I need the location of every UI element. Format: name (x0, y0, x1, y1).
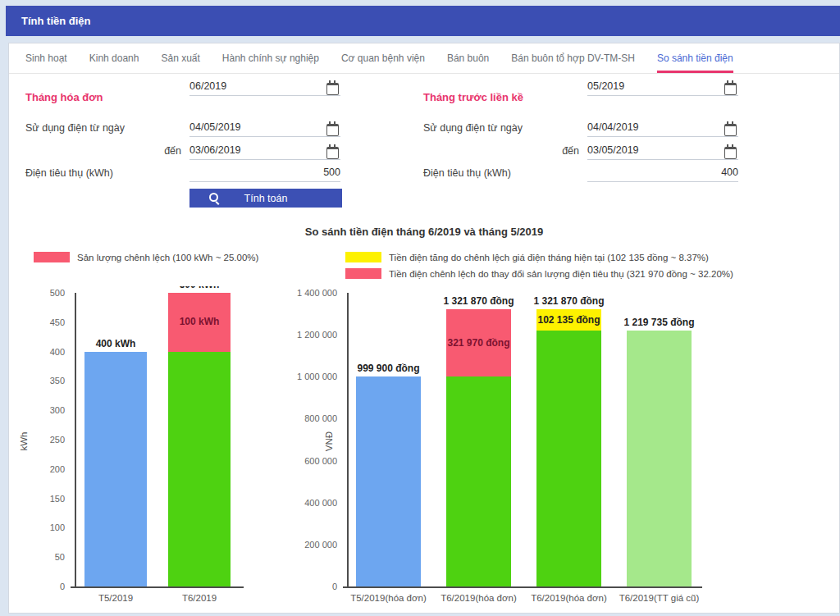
bar-segment[interactable] (168, 352, 231, 586)
y-tick-label: 400 (12, 347, 65, 357)
y-tick-label: 500 (12, 288, 65, 298)
charts-region: kWh050100150200250300350400450500400 kWh… (9, 286, 839, 614)
chart-title: So sánh tiền điện tháng 6/2019 và tháng … (9, 226, 839, 238)
invoice-month-field (189, 78, 340, 96)
invoice-to-input[interactable] (189, 142, 324, 156)
bar-segment[interactable] (356, 376, 421, 586)
invoice-to-field (189, 142, 340, 160)
app-header: Tính tiền điện (6, 6, 840, 36)
invoice-month-input[interactable] (189, 78, 324, 92)
tab-4[interactable]: Cơ quan bệnh viện (341, 43, 425, 73)
y-tick-label: 250 (12, 435, 65, 445)
page-title: Tính tiền điện (21, 15, 91, 27)
prev-from-input[interactable] (587, 119, 722, 133)
prev-to-field (587, 142, 738, 160)
prev-month-label: Tháng trước liền kề (423, 91, 523, 103)
y-tick-label: 300 (12, 405, 65, 415)
y-tick-label: 600 000 (288, 456, 337, 466)
prev-month-field (587, 78, 738, 96)
invoice-from-input[interactable] (189, 119, 324, 133)
invoice-to-label: đến (25, 145, 181, 157)
prev-to-label: đến (423, 145, 579, 157)
invoice-month-label: Tháng hóa đơn (25, 91, 103, 103)
y-tick-label: 1 400 000 (288, 288, 337, 298)
prev-month-input[interactable] (587, 78, 722, 92)
bar-segment-label: 100 kWh (168, 293, 231, 352)
tab-7[interactable]: So sánh tiền điện (657, 43, 733, 73)
tab-bar: Sinh hoạtKinh doanhSản xuấtHành chính sự… (9, 43, 839, 74)
tab-6[interactable]: Bán buôn tổ hợp DV-TM-SH (511, 43, 635, 73)
prev-from-field (587, 119, 738, 137)
x-category-label: T6/2019 (142, 593, 257, 603)
x-axis-line (71, 586, 244, 588)
kwh-chart: kWh050100150200250300350400450500400 kWh… (12, 286, 283, 614)
invoice-kwh-label: Điện tiêu thụ (kWh) (25, 167, 113, 179)
legend-label: Tiền điện chênh lệch do thay đổi sản lượ… (389, 269, 733, 279)
invoice-from-field (189, 119, 340, 137)
legend-item: Tiền điện tăng do chênh lệch giá điện th… (345, 252, 733, 262)
tab-3[interactable]: Hành chính sự nghiệp (222, 43, 319, 73)
bar-total-label: 500 kWh (142, 286, 257, 291)
bar-segment[interactable] (627, 331, 692, 586)
y-tick-label: 0 (288, 582, 337, 591)
prev-kwh-input[interactable] (587, 164, 738, 178)
bar-segment[interactable] (446, 376, 511, 586)
y-tick-label: 450 (12, 317, 65, 327)
bar-total-label: 400 kWh (58, 338, 173, 350)
y-tick-label: 200 000 (288, 540, 337, 550)
legend-label: Tiền điện tăng do chênh lệch giá điện th… (389, 253, 709, 262)
invoice-from-label: Sử dụng điện từ ngày (25, 122, 125, 134)
legend-item: Sản lượng chênh lệch (100 kWh ~ 25.00%) (34, 252, 258, 262)
invoice-kwh-field (189, 164, 340, 182)
x-axis-line (343, 586, 702, 588)
legend-swatch (345, 268, 381, 279)
tab-1[interactable]: Kinh doanh (89, 43, 139, 73)
calendar-icon[interactable] (326, 83, 339, 95)
prev-from-label: Sử dụng điện từ ngày (423, 122, 523, 134)
bar-segment[interactable] (536, 331, 601, 586)
y-tick-label: 200 (12, 464, 65, 474)
calculate-button[interactable]: Tính toán (189, 189, 342, 208)
tab-2[interactable]: Sản xuất (161, 43, 199, 73)
vnd-chart: VNĐ0200 000400 000600 000800 0001 000 00… (288, 286, 840, 614)
x-category-label: T6/2019(TT giá cũ) (602, 593, 717, 603)
legend-swatch (34, 252, 70, 262)
legend-item: Tiền điện chênh lệch do thay đổi sản lượ… (345, 268, 733, 279)
bar-total-label: 1 219 735 đồng (602, 317, 717, 329)
prev-to-input[interactable] (587, 142, 722, 156)
y-tick-label: 0 (12, 582, 65, 591)
bar-total-label: 1 321 870 đồng (512, 295, 627, 308)
prev-kwh-field (587, 164, 738, 182)
bar-segment-label: 102 135 đồng (536, 309, 601, 331)
y-tick-label: 1 200 000 (288, 330, 337, 340)
legend-kwh: Sản lượng chênh lệch (100 kWh ~ 25.00%) (34, 252, 258, 262)
y-tick-label: 50 (12, 552, 65, 562)
calendar-icon[interactable] (326, 147, 339, 159)
calendar-icon[interactable] (724, 83, 737, 95)
y-axis-line (347, 293, 349, 588)
legend-vnd: Tiền điện tăng do chênh lệch giá điện th… (345, 252, 733, 279)
y-tick-label: 400 000 (288, 498, 337, 508)
invoice-kwh-input[interactable] (189, 164, 340, 178)
y-tick-label: 100 (12, 522, 65, 532)
content-card: Sinh hoạtKinh doanhSản xuấtHành chính sự… (8, 43, 840, 614)
calendar-icon[interactable] (724, 147, 737, 159)
y-tick-label: 350 (12, 376, 65, 386)
tab-0[interactable]: Sinh hoạt (25, 43, 67, 73)
bar-segment-label: 321 970 đồng (446, 309, 511, 376)
y-tick-label: 1 000 000 (288, 372, 337, 381)
bar-total-label: 999 900 đồng (331, 363, 446, 375)
legend-label: Sản lượng chênh lệch (100 kWh ~ 25.00%) (77, 253, 258, 262)
calendar-icon[interactable] (326, 124, 339, 136)
search-icon (209, 193, 218, 202)
y-tick-label: 800 000 (288, 413, 337, 423)
tab-5[interactable]: Bán buôn (447, 43, 489, 73)
calendar-icon[interactable] (724, 124, 737, 136)
y-tick-label: 150 (12, 494, 65, 504)
legend-swatch (345, 252, 381, 262)
calculate-button-label: Tính toán (244, 193, 288, 204)
prev-kwh-label: Điện tiêu thụ (kWh) (423, 167, 511, 179)
bar-segment[interactable] (84, 352, 147, 586)
